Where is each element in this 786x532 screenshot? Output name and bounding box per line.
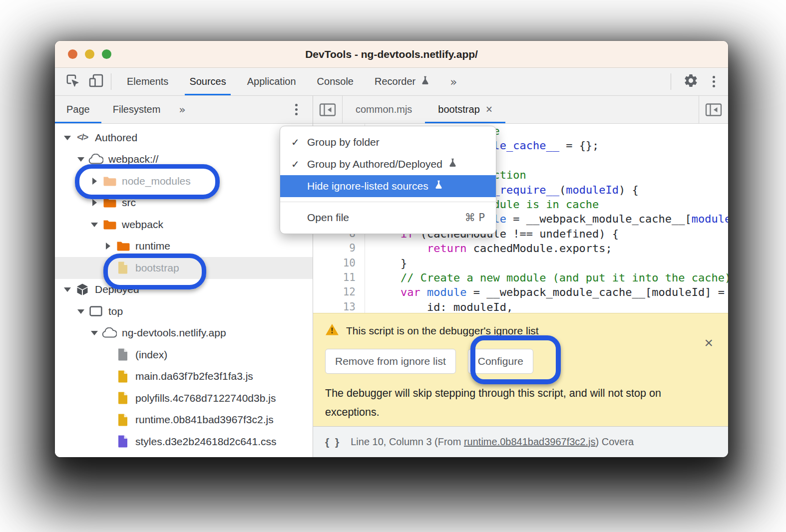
line-number[interactable]: 10: [313, 256, 365, 270]
menu-item-open-file[interactable]: Open file⌘ P: [280, 207, 496, 229]
editor-tabs: common.mjsbootstrap×: [343, 96, 505, 123]
navigator-tab-label: Filesystem: [113, 104, 161, 115]
editor-tab-bootstrap[interactable]: bootstrap×: [425, 96, 505, 123]
code-line: 11 // Create a new module (and put it in…: [313, 270, 728, 285]
tree-item-node-modules[interactable]: node_modules: [55, 170, 313, 192]
toolbar-divider: [671, 73, 671, 90]
code-line: 12 var module = __webpack_module_cache__…: [313, 285, 728, 299]
tree-item-src[interactable]: src: [55, 192, 313, 214]
code-line-text: return cachedModule.exports;: [365, 241, 612, 256]
tree-item-runtime-0b841bad3967f3c2-js[interactable]: runtime.0b841bad3967f3c2.js: [55, 409, 313, 431]
tree-item-label: src: [122, 197, 136, 209]
tree-item-top[interactable]: top: [55, 300, 313, 322]
tree-item-label: styles.d3e2b24618d2c641.css: [135, 436, 277, 448]
panel-tab-recorder[interactable]: Recorder: [364, 68, 441, 95]
tree-item-label: ng-devtools.netlify.app: [122, 327, 226, 339]
editor-tab-label: common.mjs: [356, 104, 412, 115]
tree-item-runtime[interactable]: runtime: [55, 236, 313, 258]
toolbar-divider: [111, 73, 111, 90]
panel-tab-label: Console: [317, 76, 354, 87]
tree-item-polyfills-4c768d7122740d3b-js[interactable]: polyfills.4c768d7122740d3b.js: [55, 387, 313, 409]
pretty-print-icon[interactable]: { }: [325, 436, 341, 448]
panel-tab-application[interactable]: Application: [237, 68, 307, 95]
tree-item-label: runtime.0b841bad3967f3c2.js: [135, 414, 274, 426]
expanded-arrow-icon[interactable]: [90, 220, 99, 229]
line-number[interactable]: 9: [313, 241, 365, 256]
menu-item-hide-ignore-listed-sources[interactable]: Hide ignore-listed sources: [280, 175, 496, 197]
close-banner-icon[interactable]: ×: [704, 335, 713, 350]
banner-title: This script is on the debugger's ignore …: [346, 325, 539, 337]
collapsed-arrow-icon[interactable]: [90, 198, 99, 207]
experiment-flask-icon: [447, 157, 458, 171]
device-toolbar-icon[interactable]: [88, 73, 104, 90]
cursor-position-text: Line 10, Column 3 (From runtime.0b841bad…: [351, 436, 634, 448]
collapsed-arrow-icon[interactable]: [90, 177, 99, 186]
close-window-button[interactable]: [68, 49, 77, 59]
inspect-element-icon[interactable]: [65, 73, 80, 90]
tree-item-deployed[interactable]: Deployed: [55, 279, 313, 301]
devtools-window: DevTools - ng-devtools.netlify.app/ Elem…: [55, 41, 728, 457]
menu-item-label: Open file: [307, 212, 349, 224]
tree-item-label: node_modules: [122, 175, 191, 187]
remove-from-ignore-list-button[interactable]: Remove from ignore list: [325, 349, 456, 374]
file-tree: </>Authoredwebpack://node_modulessrcwebp…: [55, 124, 313, 457]
panel-tab-elements[interactable]: Elements: [116, 68, 179, 95]
line-number[interactable]: 11: [313, 270, 365, 285]
panel-tab-sources[interactable]: Sources: [179, 68, 236, 95]
tree-item-label: polyfills.4c768d7122740d3b.js: [135, 392, 276, 404]
tree-item-styles-d3e2b24618d2c641-css[interactable]: styles.d3e2b24618d2c641.css: [55, 431, 313, 453]
more-navigator-tabs-icon[interactable]: »: [172, 96, 192, 123]
toolbar-left-icons: [55, 68, 111, 95]
close-tab-icon[interactable]: ×: [486, 104, 492, 115]
toolbar-right-icons: [671, 68, 728, 95]
navigator-tab-filesystem[interactable]: Filesystem: [101, 96, 172, 123]
more-panels-icon[interactable]: »: [441, 68, 466, 95]
experiment-flask-icon: [420, 75, 430, 89]
editor-tab-common-mjs[interactable]: common.mjs: [343, 96, 425, 123]
source-map-link[interactable]: runtime.0b841bad3967f3c2.js: [464, 436, 596, 447]
panel-tab-label: Recorder: [375, 76, 415, 87]
navigator-tab-page[interactable]: Page: [55, 96, 101, 123]
navigator-more-options-icon[interactable]: [293, 96, 313, 123]
collapsed-arrow-icon[interactable]: [103, 242, 112, 251]
tree-item-index[interactable]: (index): [55, 344, 313, 366]
tree-item-main-da63f7b2fe3f1fa3-js[interactable]: main.da63f7b2fe3f1fa3.js: [55, 366, 313, 388]
expanded-arrow-icon[interactable]: [76, 307, 85, 316]
hide-navigator-icon[interactable]: [313, 96, 343, 123]
panel-tab-console[interactable]: Console: [307, 68, 364, 95]
code-line-text: }: [365, 256, 407, 270]
menu-item-group-by-authored-deployed[interactable]: ✓Group by Authored/Deployed: [280, 153, 496, 175]
file-icon: [115, 370, 130, 383]
expanded-arrow-icon[interactable]: [63, 285, 72, 294]
tree-item-label: bootstrap: [135, 262, 179, 274]
tree-item-webpack[interactable]: webpack://: [55, 149, 313, 171]
expanded-arrow-icon[interactable]: [63, 133, 72, 142]
gear-icon[interactable]: [683, 73, 699, 90]
tree-item-authored[interactable]: </>Authored: [55, 127, 313, 149]
tree-item-label: Authored: [95, 132, 137, 144]
expanded-arrow-icon[interactable]: [76, 155, 85, 164]
checkmark-icon: ✓: [291, 158, 307, 170]
code-line: 9 return cachedModule.exports;: [313, 241, 728, 256]
kebab-menu-icon[interactable]: [711, 74, 717, 89]
tree-indent-spacer: [103, 264, 112, 272]
minimize-window-button[interactable]: [85, 49, 94, 59]
show-debugger-icon[interactable]: [699, 96, 728, 123]
panel-tab-label: Elements: [127, 76, 168, 87]
expanded-arrow-icon[interactable]: [90, 328, 99, 337]
line-number[interactable]: 12: [313, 285, 365, 299]
tree-indent-spacer: [103, 437, 112, 446]
tree-item-label: top: [108, 305, 123, 317]
tree-item-ng-devtools-netlify-app[interactable]: ng-devtools.netlify.app: [55, 322, 313, 344]
zoom-window-button[interactable]: [102, 49, 111, 59]
tree-item-webpack[interactable]: webpack: [55, 214, 313, 236]
tree-item-label: webpack: [122, 219, 163, 231]
tree-item-bootstrap[interactable]: bootstrap: [55, 257, 313, 279]
menu-separator: [280, 202, 496, 202]
menu-item-group-by-folder[interactable]: ✓Group by folder: [280, 131, 496, 153]
line-number[interactable]: 13: [313, 300, 365, 313]
menu-item-label: Group by folder: [307, 136, 380, 148]
panel-tab-label: Application: [247, 76, 296, 87]
menu-item-label: Hide ignore-listed sources: [307, 179, 444, 193]
configure-button[interactable]: Configure: [468, 349, 533, 374]
